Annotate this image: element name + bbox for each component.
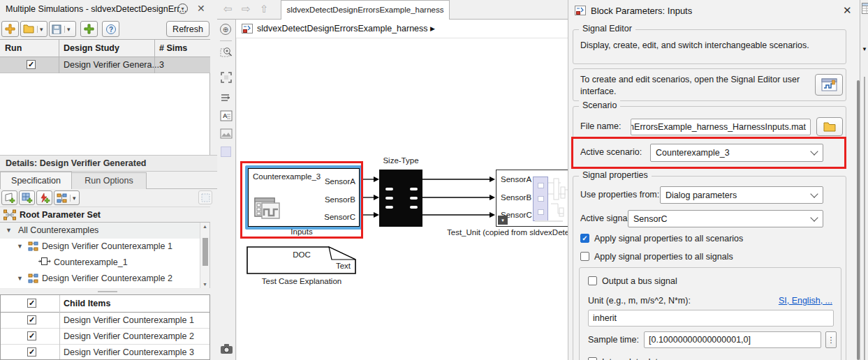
test-unit-block[interactable]: SensorA SensorB SensorC ▾ xyxy=(496,170,568,227)
splitter-handle[interactable] xyxy=(98,291,117,292)
unit-input[interactable]: inherit xyxy=(588,310,834,327)
test-case-explanation-label: Test Case Explanation xyxy=(246,277,358,285)
add-table-button[interactable] xyxy=(19,190,35,205)
tree-item-counterexample-1[interactable]: ▼ Design Verifier Counterexample 1 xyxy=(0,239,200,255)
signal-properties-group: Signal properties Use properties from: D… xyxy=(573,176,846,360)
expander-icon[interactable]: ▼ xyxy=(17,243,23,250)
tree-item-counterexample-2[interactable]: ▼ Design Verifier Counterexample 2 xyxy=(0,271,200,289)
interpolate-label: Interpolate data xyxy=(602,357,663,360)
tree-item-all-counterexamples[interactable]: ▼ All Counterexamples xyxy=(0,223,200,239)
add-block-param-button[interactable] xyxy=(1,190,17,205)
interpolate-checkbox-unchecked[interactable] xyxy=(588,357,597,360)
panel-splitter[interactable] xyxy=(0,288,217,294)
tab-run-options[interactable]: Run Options xyxy=(72,172,147,189)
model-tab-label: sldvexDetectDesignErrorsExample_harness xyxy=(287,6,444,14)
output-bus-checkbox-unchecked[interactable] xyxy=(588,276,597,285)
scroll-up-icon[interactable]: ▲ xyxy=(203,224,207,229)
nav-up-icon[interactable]: ⇧ xyxy=(260,3,269,15)
tree-view-button[interactable]: ▾ xyxy=(54,190,80,205)
size-type-block[interactable] xyxy=(379,170,422,227)
image-icon[interactable] xyxy=(220,128,233,139)
show-browser-icon[interactable]: ⊕ xyxy=(220,24,231,35)
dashed-square-icon xyxy=(201,193,210,202)
sample-time-label: Sample time: xyxy=(588,335,639,345)
save-icon xyxy=(52,24,61,34)
expander-icon[interactable]: ▼ xyxy=(17,275,23,282)
row-checkbox-checked[interactable]: ✓ xyxy=(27,331,36,340)
annotation-icon[interactable]: A xyxy=(220,110,233,121)
panel-menu-icon[interactable]: ▾ xyxy=(177,3,188,14)
child-item-row[interactable]: ✓ Design Verifier Counterexample 1 xyxy=(1,313,209,329)
tree-view-dropdown-icon[interactable]: ▾ xyxy=(70,195,76,202)
study-name: Design Verifier Genera... xyxy=(64,60,159,70)
close-icon[interactable]: ✕ xyxy=(197,3,205,14)
active-signal-combobox[interactable]: SensorC xyxy=(628,210,823,227)
unit-systems-link[interactable]: SI, English, ... xyxy=(779,296,832,306)
model-canvas[interactable]: Size-Type SensorA SensorB SensorC xyxy=(237,38,568,360)
tab-run-options-label: Run Options xyxy=(84,176,133,186)
sample-time-input[interactable]: [0.10000000000000001,0] xyxy=(644,331,821,348)
camera-icon[interactable] xyxy=(220,343,233,354)
apply-signals-checkbox-unchecked[interactable] xyxy=(580,252,589,261)
doc-block[interactable]: DOC Text xyxy=(246,243,358,275)
run-checkbox-checked[interactable]: ✓ xyxy=(27,60,36,69)
child-items-header: ✓ Child Items xyxy=(1,295,209,313)
column-divider xyxy=(59,295,60,359)
active-signal-label: Active signal: xyxy=(580,213,632,223)
open-dropdown-icon[interactable]: ▾ xyxy=(37,26,43,33)
select-all-checkbox-checked[interactable]: ✓ xyxy=(27,299,36,308)
sample-time-menu-button[interactable]: ⋮ xyxy=(825,331,837,348)
tree-scrollbar[interactable]: ▲ ▼ xyxy=(200,223,209,288)
row-checkbox-checked[interactable]: ✓ xyxy=(27,315,36,324)
help-button[interactable]: ? xyxy=(102,21,119,37)
svg-text:?: ? xyxy=(108,25,112,33)
sims-table-header: Run Design Study # Sims xyxy=(0,39,210,57)
apply-scenarios-checkbox-checked[interactable]: ✓ xyxy=(580,234,589,243)
tree-label: Design Verifier Counterexample 2 xyxy=(42,273,172,283)
col-sims[interactable]: # Sims xyxy=(159,43,187,53)
zoom-region-icon[interactable] xyxy=(220,46,233,59)
group-legend: Signal Editor xyxy=(579,24,635,33)
nav-back-icon[interactable]: ⇦ xyxy=(223,3,233,15)
area-box-icon[interactable] xyxy=(221,147,231,157)
harness-badge[interactable]: ▾ xyxy=(498,216,508,225)
row-checkbox-checked[interactable]: ✓ xyxy=(27,347,36,357)
new-design-study-button[interactable] xyxy=(1,21,19,37)
breadcrumb-caret-icon[interactable]: ▶ xyxy=(430,25,435,32)
scrollbar-thumb[interactable] xyxy=(203,238,208,266)
file-name-input[interactable]: gnErrorsExample_harness_HarnessInputs.ma… xyxy=(631,119,811,135)
child-item-row[interactable]: ✓ Design Verifier Counterexample 2 xyxy=(1,329,209,345)
file-name-value: gnErrorsExample_harness_HarnessInputs.ma… xyxy=(631,122,806,132)
sims-table-row[interactable]: ✓ Design Verifier Genera... 3 xyxy=(0,57,210,73)
save-button[interactable]: ▾ xyxy=(49,21,76,37)
right-edge-strip: ▼ xyxy=(860,0,868,360)
open-button[interactable]: ▾ xyxy=(20,21,47,37)
model-tab[interactable]: sldvexDetectDesignErrorsExample_harness xyxy=(281,0,450,20)
details-tabs: Specification Run Options xyxy=(0,172,217,189)
use-properties-combobox[interactable]: Dialog parameters xyxy=(660,186,823,204)
property-inspector-tab-icon[interactable] xyxy=(862,3,868,14)
expander-icon[interactable]: ▼ xyxy=(6,227,12,234)
add-sim-button[interactable] xyxy=(80,21,98,37)
browse-file-button[interactable] xyxy=(816,117,843,136)
refresh-button[interactable]: Refresh xyxy=(166,21,209,37)
breadcrumb[interactable]: sldvexDetectDesignErrorsExample_harness xyxy=(257,24,428,33)
signal-lines-icon[interactable] xyxy=(220,92,233,103)
scroll-down-icon[interactable]: ▼ xyxy=(203,282,207,287)
nav-forward-icon[interactable]: ⇨ xyxy=(242,3,251,15)
root-parameter-set-row[interactable]: Root Parameter Set xyxy=(0,207,210,223)
save-dropdown-icon[interactable]: ▾ xyxy=(64,26,71,33)
fit-to-view-icon[interactable] xyxy=(220,71,233,84)
child-item-row[interactable]: ✓ Design Verifier Counterexample 3 xyxy=(1,345,209,360)
add-fault-button[interactable] xyxy=(36,190,52,205)
collapse-panel-icon[interactable]: ▼ xyxy=(862,46,867,52)
tree-item-counterexample-1-child[interactable]: Counterexample_1 xyxy=(0,255,200,271)
launch-signal-editor-button[interactable] xyxy=(815,74,843,96)
edge-scrollbar[interactable] xyxy=(864,77,865,360)
col-run[interactable]: Run xyxy=(5,43,22,53)
sample-time-value: [0.10000000000000001,0] xyxy=(649,335,751,345)
col-design-study[interactable]: Design Study xyxy=(64,43,119,53)
tab-specification[interactable]: Specification xyxy=(0,172,72,189)
add-yellow-icon xyxy=(5,24,15,34)
close-icon[interactable]: ✕ xyxy=(843,4,852,17)
